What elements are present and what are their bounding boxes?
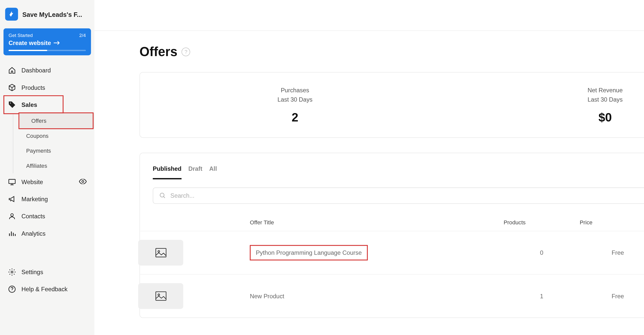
monitor-icon — [8, 178, 16, 186]
offers-table: Offer Title Products Price Qty Sold Net … — [140, 214, 644, 317]
bar-chart-icon — [8, 229, 16, 238]
search-icon — [159, 192, 166, 199]
svg-rect-1 — [9, 179, 15, 184]
sidebar-item-settings[interactable]: Settings — [0, 263, 94, 280]
sidebar-item-marketing[interactable]: Marketing — [0, 190, 94, 207]
offers-table-card: Published Draft All Offer Title — [139, 153, 644, 318]
main-content: SM Offers ? New Offer Purchases Last 30 … — [94, 0, 644, 335]
tab-draft[interactable]: Draft — [188, 165, 203, 179]
get-started-card[interactable]: Get Started 2/4 Create website — [4, 28, 91, 55]
gear-icon — [8, 268, 16, 276]
box-icon — [8, 83, 16, 92]
help-icon — [8, 285, 16, 294]
offer-thumbnail — [138, 283, 183, 309]
sidebar-item-contacts[interactable]: Contacts — [0, 208, 94, 225]
workspace-selector[interactable]: Save MyLeads's F... — [0, 4, 94, 24]
svg-rect-14 — [155, 292, 166, 300]
arrow-right-icon — [54, 41, 60, 45]
eye-icon[interactable] — [79, 179, 87, 185]
svg-point-7 — [160, 193, 164, 197]
progress-bar — [9, 50, 86, 51]
col-price[interactable]: Price — [580, 214, 644, 231]
svg-rect-8 — [155, 248, 166, 257]
sales-submenu: Offers Coupons Payments Affiliates — [13, 113, 94, 173]
get-started-action: Create website — [9, 39, 86, 46]
subnav-offers[interactable]: Offers — [18, 113, 94, 128]
logo-icon — [5, 8, 18, 21]
get-started-progress-text: 2/4 — [79, 33, 86, 38]
svg-point-2 — [82, 181, 84, 183]
image-icon — [155, 291, 166, 301]
sidebar-item-products[interactable]: Products — [0, 79, 94, 96]
cell-price: Free — [580, 231, 644, 274]
sidebar-item-website[interactable]: Website — [0, 173, 94, 190]
tag-icon — [8, 100, 16, 109]
table-row[interactable]: Python Programming Language Course 0 Fre… — [140, 231, 644, 274]
home-icon — [8, 66, 16, 75]
cell-price: Free — [580, 274, 644, 317]
svg-point-0 — [10, 103, 11, 104]
sidebar: Save MyLeads's F... Get Started 2/4 Crea… — [0, 0, 94, 335]
subnav-affiliates[interactable]: Affiliates — [13, 158, 94, 174]
svg-point-9 — [158, 250, 159, 252]
offers-search-box[interactable] — [153, 187, 644, 204]
offer-thumbnail — [138, 240, 183, 265]
offers-search-input[interactable] — [170, 192, 644, 199]
offer-title-cell: Python Programming Language Course — [250, 231, 504, 274]
sidebar-item-sales[interactable]: Sales — [0, 96, 94, 113]
subnav-payments[interactable]: Payments — [13, 143, 94, 158]
status-tabs: Published Draft All — [140, 165, 644, 180]
user-icon — [8, 212, 16, 221]
sidebar-item-dashboard[interactable]: Dashboard — [0, 62, 94, 79]
megaphone-icon — [8, 195, 16, 203]
svg-point-4 — [11, 271, 13, 273]
topbar: SM — [94, 0, 644, 31]
workspace-name: Save MyLeads's F... — [22, 11, 82, 18]
sidebar-item-help[interactable]: Help & Feedback — [0, 281, 94, 298]
cell-products: 0 — [504, 231, 580, 274]
help-circle-icon[interactable]: ? — [182, 48, 190, 56]
stat-purchases: Purchases Last 30 Days 2 — [140, 85, 450, 124]
page-header: Offers ? New Offer — [139, 44, 644, 60]
image-icon — [155, 248, 166, 258]
col-title[interactable]: Offer Title — [250, 214, 504, 231]
offer-title-cell: New Product — [250, 274, 504, 317]
svg-point-3 — [11, 214, 13, 216]
tab-published[interactable]: Published — [153, 165, 181, 179]
stat-revenue-30d: Net Revenue Last 30 Days $0 — [450, 85, 644, 124]
cell-products: 1 — [504, 274, 580, 317]
page-title: Offers — [139, 45, 177, 59]
tab-all[interactable]: All — [209, 165, 217, 179]
stats-card: Purchases Last 30 Days 2 Net Revenue Las… — [139, 72, 644, 138]
sidebar-item-analytics[interactable]: Analytics — [0, 225, 94, 242]
get-started-label: Get Started — [9, 33, 86, 38]
table-row[interactable]: New Product 1 Free 2 $0.00 USD Published — [140, 274, 644, 317]
svg-point-15 — [158, 294, 159, 296]
col-products[interactable]: Products — [504, 214, 580, 231]
subnav-coupons[interactable]: Coupons — [13, 128, 94, 143]
